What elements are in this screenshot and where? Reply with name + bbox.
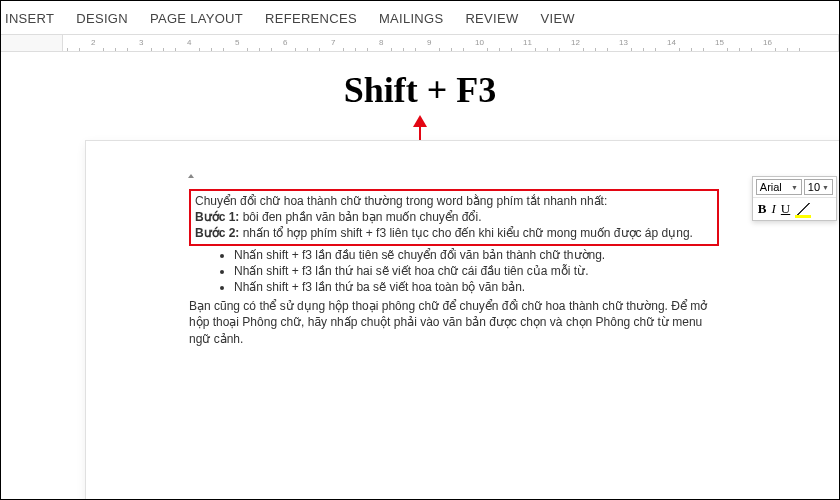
document-content: Chuyển đổi chữ hoa thành chữ thường tron… (189, 189, 719, 347)
font-size-value: 10 (808, 181, 820, 193)
ruler-number: 6 (283, 38, 287, 47)
tab-view[interactable]: VIEW (541, 11, 575, 26)
ruler-number: 13 (619, 38, 628, 47)
ruler-tick (739, 48, 740, 51)
tab-references[interactable]: REFERENCES (265, 11, 357, 26)
ruler-tick (403, 48, 404, 51)
ruler-tick (307, 48, 308, 51)
mini-toolbar-row2: B I U (753, 198, 836, 220)
highlight-box: Chuyển đổi chữ hoa thành chữ thường tron… (189, 189, 719, 246)
ruler-tick (451, 48, 452, 51)
ruler-tick (787, 48, 788, 51)
ruler-tick (103, 48, 104, 51)
ruler-tick (595, 48, 596, 51)
ruler-tick (439, 48, 440, 51)
underline-button[interactable]: U (781, 201, 790, 217)
step2-label: Bước 2: (195, 226, 239, 240)
ruler-number: 16 (763, 38, 772, 47)
ruler-tick (163, 48, 164, 51)
horizontal-ruler[interactable]: 12345678910111213141516 (63, 34, 839, 52)
step1-line[interactable]: Bước 1: bôi đen phần văn bản bạn muốn ch… (195, 209, 713, 225)
step2-text: nhấn tổ hợp phím shift + f3 liên tục cho… (239, 226, 693, 240)
tab-page-layout[interactable]: PAGE LAYOUT (150, 11, 243, 26)
italic-button[interactable]: I (771, 201, 775, 217)
ruler-tick (151, 48, 152, 51)
bullet-list: Nhấn shift + f3 lần đầu tiên sẽ chuyển đ… (189, 247, 719, 296)
mini-toolbar-row1: Arial ▼ 10 ▼ (753, 177, 836, 198)
ruler-number: 9 (427, 38, 431, 47)
ruler-tick (211, 48, 212, 51)
chevron-down-icon: ▼ (822, 184, 829, 191)
ruler-tick (655, 48, 656, 51)
ruler-tick (355, 48, 356, 51)
ruler-tick (415, 48, 416, 51)
ruler-tick (631, 48, 632, 51)
closing-text[interactable]: Bạn cũng có thể sử dụng hộp thoại phông … (189, 298, 719, 347)
bold-button[interactable]: B (758, 201, 767, 217)
highlight-button[interactable] (795, 203, 811, 216)
ruler-tick (727, 48, 728, 51)
tab-mailings[interactable]: MAILINGS (379, 11, 444, 26)
mini-toolbar: Arial ▼ 10 ▼ B I U (752, 176, 837, 221)
ruler-number: 5 (235, 38, 239, 47)
ruler-row: 12345678910111213141516 (1, 34, 839, 56)
ruler-tick (319, 48, 320, 51)
font-family-value: Arial (760, 181, 782, 193)
step2-line[interactable]: Bước 2: nhấn tổ hợp phím shift + f3 liên… (195, 225, 713, 241)
ruler-tick (223, 48, 224, 51)
ruler-tick (175, 48, 176, 51)
tab-review[interactable]: REVIEW (465, 11, 518, 26)
ruler-tick (511, 48, 512, 51)
ruler-tick (247, 48, 248, 51)
ruler-tick (799, 48, 800, 51)
ruler-tick (679, 48, 680, 51)
ruler-number: 4 (187, 38, 191, 47)
ruler-gutter (1, 34, 63, 52)
ruler-number: 2 (91, 38, 95, 47)
ruler-tick (463, 48, 464, 51)
ruler-tick (691, 48, 692, 51)
ruler-tick (391, 48, 392, 51)
intro-text[interactable]: Chuyển đổi chữ hoa thành chữ thường tron… (195, 193, 713, 209)
ruler-number: 15 (715, 38, 724, 47)
list-item[interactable]: Nhấn shift + f3 lần thứ ba sẽ viết hoa t… (234, 279, 719, 295)
ruler-tick (535, 48, 536, 51)
ruler-tick (499, 48, 500, 51)
tab-insert[interactable]: INSERT (5, 11, 54, 26)
ruler-number: 8 (379, 38, 383, 47)
ruler-tick (295, 48, 296, 51)
ruler-tick (67, 48, 68, 51)
font-family-select[interactable]: Arial ▼ (756, 179, 802, 195)
ruler-tick (607, 48, 608, 51)
ruler-tick (643, 48, 644, 51)
ruler-tick (127, 48, 128, 51)
ruler-tick (271, 48, 272, 51)
tab-design[interactable]: DESIGN (76, 11, 128, 26)
ribbon-tabs: INSERT DESIGN PAGE LAYOUT REFERENCES MAI… (1, 1, 839, 34)
shortcut-label: Shift + F3 (1, 69, 839, 111)
ruler-number: 7 (331, 38, 335, 47)
list-item[interactable]: Nhấn shift + f3 lần đầu tiên sẽ chuyển đ… (234, 247, 719, 263)
ruler-tick (343, 48, 344, 51)
ruler-tick (487, 48, 488, 51)
chevron-down-icon: ▼ (791, 184, 798, 191)
ruler-number: 12 (571, 38, 580, 47)
ruler-number: 14 (667, 38, 676, 47)
ruler-number: 3 (139, 38, 143, 47)
left-margin-indent-icon[interactable] (186, 169, 193, 185)
ruler-tick (367, 48, 368, 51)
step1-label: Bước 1: (195, 210, 239, 224)
ruler-tick (115, 48, 116, 51)
ruler-tick (259, 48, 260, 51)
ruler-tick (547, 48, 548, 51)
step1-text: bôi đen phần văn bản bạn muốn chuyển đổi… (239, 210, 481, 224)
ruler-tick (199, 48, 200, 51)
ruler-tick (559, 48, 560, 51)
ruler-number: 11 (523, 38, 532, 47)
ruler-tick (79, 48, 80, 51)
ruler-tick (583, 48, 584, 51)
font-size-select[interactable]: 10 ▼ (804, 179, 833, 195)
ruler-tick (703, 48, 704, 51)
list-item[interactable]: Nhấn shift + f3 lần thứ hai sẽ viết hoa … (234, 263, 719, 279)
ruler-number: 10 (475, 38, 484, 47)
